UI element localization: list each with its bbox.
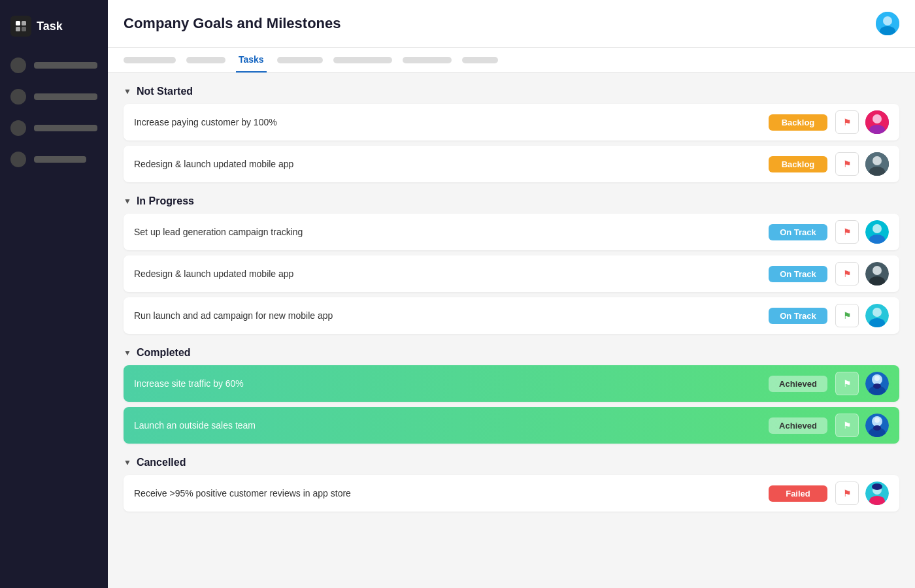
task-name: Increase site traffic by 60% <box>134 378 769 389</box>
svg-point-25 <box>874 376 880 381</box>
sidebar-logo: Task <box>0 10 108 50</box>
svg-point-5 <box>883 16 892 25</box>
section-header-cancelled: ▼ Cancelled <box>124 457 899 468</box>
page-title: Company Goals and Milestones <box>124 15 341 32</box>
sidebar-dot-1 <box>10 57 26 73</box>
app-logo-icon <box>10 16 31 37</box>
avatar <box>865 262 889 286</box>
chevron-down-icon[interactable]: ▼ <box>124 348 131 357</box>
task-row: Receive >95% positive customer reviews i… <box>124 475 899 512</box>
flag-button[interactable]: ⚑ <box>835 262 859 286</box>
task-name: Redesign & launch updated mobile app <box>134 269 769 279</box>
sidebar-item-1[interactable] <box>0 50 108 81</box>
sidebar-item-2[interactable] <box>0 81 108 112</box>
sidebar-line-2 <box>34 93 97 100</box>
section-in-progress: ▼ In Progress Set up lead generation cam… <box>124 195 899 334</box>
svg-point-31 <box>873 425 881 431</box>
flag-icon: ⚑ <box>843 159 852 169</box>
task-name: Increase paying customer by 100% <box>134 117 769 127</box>
section-title-not-started: Not Started <box>137 86 193 97</box>
section-cancelled: ▼ Cancelled Receive >95% positive custom… <box>124 457 899 512</box>
task-row: Redesign & launch updated mobile app Bac… <box>124 146 899 182</box>
flag-button[interactable]: ⚑ <box>835 372 859 395</box>
tab-tasks[interactable]: Tasks <box>236 48 267 73</box>
tabs-bar: Tasks <box>108 48 915 73</box>
flag-icon: ⚑ <box>843 269 852 279</box>
tab-pill-2[interactable] <box>186 57 225 63</box>
avatar <box>865 414 889 437</box>
flag-button[interactable]: ⚑ <box>835 220 859 244</box>
section-title-completed: Completed <box>137 347 191 359</box>
avatar <box>865 110 889 134</box>
flag-icon: ⚑ <box>843 117 852 127</box>
chevron-down-icon[interactable]: ▼ <box>124 87 131 96</box>
section-completed: ▼ Completed Increase site traffic by 60%… <box>124 347 899 444</box>
svg-point-11 <box>873 156 882 165</box>
svg-rect-0 <box>16 21 20 25</box>
chevron-down-icon[interactable]: ▼ <box>124 458 131 467</box>
section-header-completed: ▼ Completed <box>124 347 899 359</box>
section-not-started: ▼ Not Started Increase paying customer b… <box>124 86 899 182</box>
sidebar-line-1 <box>34 62 97 69</box>
tab-pill-5[interactable] <box>403 57 452 63</box>
flag-button[interactable]: ⚑ <box>835 152 859 176</box>
sidebar: Task <box>0 0 108 588</box>
flag-button[interactable]: ⚑ <box>835 304 859 327</box>
status-badge: On Track <box>769 266 827 282</box>
avatar <box>865 372 889 395</box>
tab-pill-6[interactable] <box>462 57 498 63</box>
task-name: Run launch and ad campaign for new mobil… <box>134 310 769 321</box>
flag-icon: ⚑ <box>843 378 852 389</box>
tab-pill-4[interactable] <box>333 57 392 63</box>
section-title-in-progress: In Progress <box>137 195 194 207</box>
content-area: ▼ Not Started Increase paying customer b… <box>108 73 915 588</box>
svg-point-14 <box>873 224 882 233</box>
status-badge: On Track <box>769 224 827 240</box>
user-avatar[interactable] <box>876 12 899 35</box>
section-title-cancelled: Cancelled <box>137 457 186 468</box>
sidebar-dot-2 <box>10 89 26 105</box>
sidebar-line-3 <box>34 125 97 131</box>
avatar <box>865 152 889 176</box>
svg-point-17 <box>873 266 882 275</box>
svg-point-8 <box>873 114 882 123</box>
task-row: Redesign & launch updated mobile app On … <box>124 255 899 292</box>
flag-button[interactable]: ⚑ <box>835 414 859 437</box>
tab-pill-1[interactable] <box>124 57 176 63</box>
section-header-in-progress: ▼ In Progress <box>124 195 899 207</box>
flag-button[interactable]: ⚑ <box>835 110 859 134</box>
task-row: Launch an outside sales team Achieved ⚑ <box>124 407 899 444</box>
sidebar-item-4[interactable] <box>0 144 108 175</box>
header: Company Goals and Milestones <box>108 0 915 48</box>
svg-point-30 <box>874 417 880 423</box>
task-name: Launch an outside sales team <box>134 420 769 431</box>
chevron-down-icon[interactable]: ▼ <box>124 197 131 206</box>
svg-point-35 <box>872 483 882 490</box>
section-header-not-started: ▼ Not Started <box>124 86 899 97</box>
flag-button[interactable]: ⚑ <box>835 482 859 505</box>
task-name: Redesign & launch updated mobile app <box>134 159 769 169</box>
task-row: Run launch and ad campaign for new mobil… <box>124 297 899 334</box>
status-badge: Backlog <box>769 114 827 131</box>
sidebar-item-3[interactable] <box>0 112 108 144</box>
app-name: Task <box>37 20 63 33</box>
task-row: Increase site traffic by 60% Achieved ⚑ <box>124 365 899 402</box>
avatar <box>865 304 889 327</box>
avatar <box>865 220 889 244</box>
task-row: Increase paying customer by 100% Backlog… <box>124 104 899 140</box>
sidebar-dot-3 <box>10 120 26 136</box>
flag-icon: ⚑ <box>843 310 852 321</box>
svg-point-26 <box>873 384 881 389</box>
sidebar-line-4 <box>34 156 86 163</box>
tab-pill-3[interactable] <box>277 57 323 63</box>
svg-rect-3 <box>22 27 26 31</box>
flag-icon: ⚑ <box>843 488 852 498</box>
status-badge: Achieved <box>769 417 827 434</box>
svg-rect-1 <box>22 21 26 25</box>
flag-icon: ⚑ <box>843 420 852 431</box>
status-badge: On Track <box>769 308 827 324</box>
svg-point-20 <box>873 308 882 317</box>
flag-icon: ⚑ <box>843 227 852 237</box>
svg-rect-2 <box>16 27 20 31</box>
sidebar-dot-4 <box>10 152 26 167</box>
